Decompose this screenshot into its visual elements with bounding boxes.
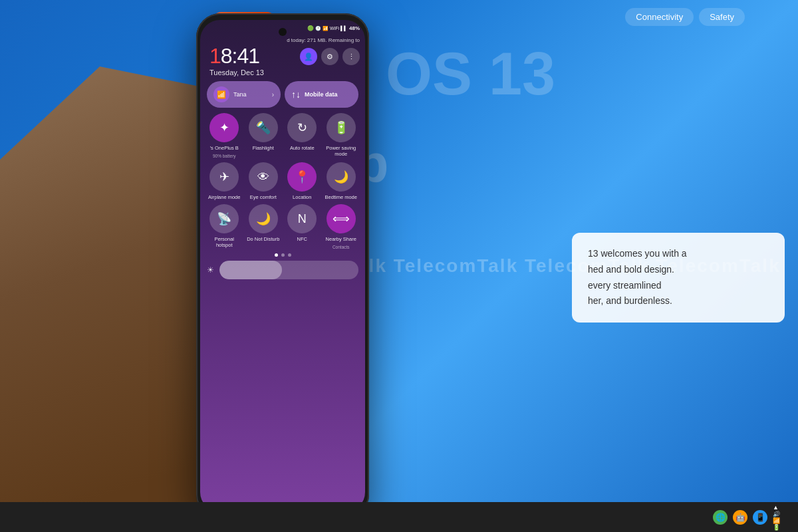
clock-icon: 🕐: [315, 26, 321, 31]
quick-tiles: 📶 Tana › ↑↓ Mobile data ✦ 's OnePlus B 9…: [207, 81, 358, 279]
dnd-label: Do Not Disturb: [247, 236, 279, 242]
nfc-icon: N: [287, 204, 317, 233]
status-bar: 🟢 🕐 📶 WiFi ▌▌ 48%: [227, 25, 360, 31]
wifi-icon: 📶: [213, 86, 229, 102]
dnd-icon: 🌙: [249, 204, 278, 233]
time-first-char: 1: [209, 44, 221, 68]
airplane-tile[interactable]: ✈ Airplane mode: [207, 162, 242, 200]
hotspot-icon: 📡: [209, 204, 239, 233]
location-icon: 📍: [287, 162, 317, 192]
wifi-tile[interactable]: 📶 Tana ›: [207, 81, 281, 108]
dot-1: [275, 253, 278, 257]
tiles-row-2: ✈ Airplane mode 👁 Eye comfort 📍 Location…: [207, 162, 358, 200]
nearby-share-tile[interactable]: ⟺ Nearby Share Contacts: [324, 204, 359, 249]
right-info-card: 13 welcomes you with a hed and bold desi…: [572, 233, 785, 323]
auto-rotate-tile[interactable]: ↻ Auto rotate: [285, 113, 320, 158]
card-line2: hed and bold design.: [588, 264, 674, 275]
brightness-fill: [219, 261, 282, 279]
bluetooth-sublabel: 90% battery: [213, 154, 236, 158]
eye-comfort-label: Eye comfort: [250, 194, 277, 200]
flashlight-tile[interactable]: 🔦 Flashlight: [246, 113, 281, 158]
page-dots: [207, 253, 358, 257]
card-line1: 13 welcomes you with a: [588, 248, 687, 259]
nearby-share-label: Nearby Share: [326, 236, 356, 242]
location-tile[interactable]: 📍 Location: [285, 162, 320, 200]
more-options-button[interactable]: ⋮: [342, 48, 360, 65]
dot-3: [288, 253, 291, 257]
data-usage-text: d today: 271 MB. Remaining to: [287, 37, 360, 43]
power-saving-tile[interactable]: 🔋 Power saving mode: [324, 113, 359, 158]
wifi-name: Tana: [233, 91, 268, 98]
connectivity-button[interactable]: Connectivity: [625, 8, 694, 26]
connectivity-row: 📶 Tana › ↑↓ Mobile data: [207, 81, 358, 108]
nfc-label: NFC: [297, 236, 307, 242]
phone-screen: 🟢 🕐 📶 WiFi ▌▌ 48% d today: 271 MB. Remai…: [200, 20, 365, 512]
time-area: 18:41 Tuesday, Dec 13: [209, 44, 264, 76]
taskbar-phone-icon[interactable]: 📱: [753, 510, 767, 525]
phone-frame: 🟢 🕐 📶 WiFi ▌▌ 48% d today: 271 MB. Remai…: [196, 13, 369, 519]
battery-percentage: 48%: [349, 25, 360, 31]
top-right-icons: 👤 ⚙ ⋮: [300, 48, 360, 65]
airplane-icon: ✈: [209, 162, 239, 192]
nfc-tile[interactable]: N NFC: [285, 204, 320, 249]
card-line4: her, and burdenless.: [588, 295, 672, 306]
airplane-label: Airplane mode: [208, 194, 240, 200]
brightness-row: ☀: [207, 261, 358, 279]
camera-hole: [279, 28, 287, 36]
location-label: Location: [293, 194, 311, 200]
card-line3: every streamlined: [588, 280, 662, 291]
signal-icon: 📶: [323, 26, 329, 31]
bluetooth-icon: ✦: [209, 113, 239, 142]
eye-comfort-icon: 👁: [249, 162, 278, 192]
wifi-arrow-icon: ›: [272, 91, 274, 98]
green-dot-icon: 🟢: [307, 25, 314, 31]
taskbar-chrome-icon[interactable]: 🌐: [713, 510, 728, 525]
mobile-data-tile[interactable]: ↑↓ Mobile data: [285, 81, 358, 108]
auto-rotate-label: Auto rotate: [290, 145, 315, 151]
signal2-icon: ▌▌: [340, 26, 347, 31]
mobile-data-label: Mobile data: [305, 91, 338, 98]
tiles-row-3: 📡 Personal hotspot 🌙 Do Not Disturb N NF…: [207, 204, 358, 249]
mobile-data-icon: ↑↓: [291, 89, 301, 100]
safety-button[interactable]: Safety: [699, 8, 745, 26]
tiles-row-1: ✦ 's OnePlus B 90% battery 🔦 Flashlight …: [207, 113, 358, 158]
system-tray-area: ▲ 🔊 📶 🔋: [773, 510, 787, 525]
bluetooth-label: 's OnePlus B: [210, 145, 239, 151]
auto-rotate-icon: ↻: [287, 113, 317, 142]
power-saving-label: Power saving mode: [324, 145, 359, 157]
settings-icon-button[interactable]: ⚙: [321, 48, 338, 65]
brightness-icon: ☀: [207, 265, 214, 275]
eye-comfort-tile[interactable]: 👁 Eye comfort: [246, 162, 281, 200]
flashlight-icon: 🔦: [249, 113, 278, 142]
power-saving-icon: 🔋: [327, 113, 356, 142]
brightness-slider[interactable]: [219, 261, 358, 279]
bedtime-tile[interactable]: 🌙 Bedtime mode: [324, 162, 359, 200]
bluetooth-tile[interactable]: ✦ 's OnePlus B 90% battery: [207, 113, 242, 158]
flashlight-label: Flashlight: [253, 145, 274, 151]
hotspot-label: Personal hotspot: [207, 236, 242, 248]
hotspot-tile[interactable]: 📡 Personal hotspot: [207, 204, 242, 249]
dnd-tile[interactable]: 🌙 Do Not Disturb: [246, 204, 281, 249]
time-rest: 8:41: [221, 44, 259, 68]
nearby-share-sublabel: Contacts: [332, 245, 350, 249]
taskbar-android-icon[interactable]: 🤖: [733, 510, 747, 525]
top-buttons: Connectivity Safety: [625, 8, 745, 26]
status-icons: 🟢 🕐 📶 WiFi ▌▌: [307, 25, 347, 31]
wifi-icon-status: WiFi: [330, 26, 339, 31]
date-display: Tuesday, Dec 13: [209, 68, 264, 76]
bedtime-label: Bedtime mode: [325, 194, 357, 200]
taskbar: 🌐 🤖 📱 ▲ 🔊 📶 🔋: [0, 502, 798, 532]
nearby-share-icon: ⟺: [327, 204, 356, 233]
bedtime-icon: 🌙: [327, 162, 356, 192]
dot-2: [281, 253, 285, 257]
person-icon-button[interactable]: 👤: [300, 48, 317, 65]
os-background-text: OS 13: [386, 40, 555, 108]
time-display: 18:41: [209, 44, 264, 68]
